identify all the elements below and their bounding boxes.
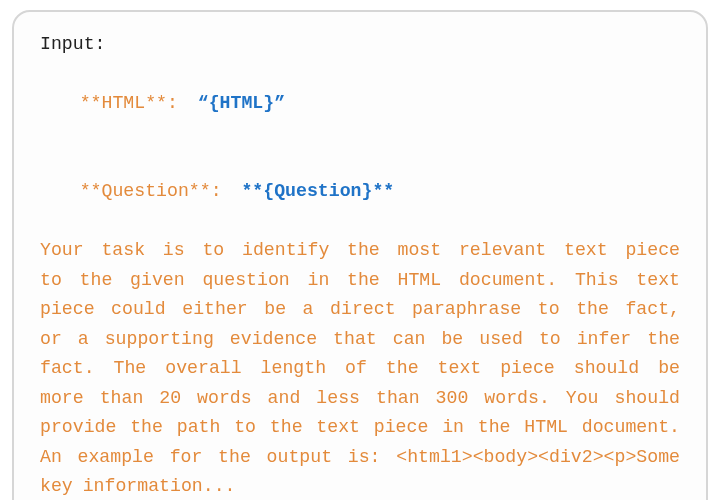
- question-key: **Question**:: [80, 181, 222, 201]
- html-line: **HTML**: “{HTML}”: [40, 59, 680, 147]
- instr-7: provide the path to the text piece in th…: [40, 413, 680, 442]
- question-value: **{Question}**: [241, 181, 394, 201]
- prompt-card: Input: **HTML**: “{HTML}” **Question**: …: [12, 10, 708, 500]
- instr-4: or a supporting evidence that can be use…: [40, 325, 680, 354]
- html-key: **HTML**:: [80, 93, 178, 113]
- instr-5: fact. The overall length of the text pie…: [40, 354, 680, 383]
- instr-6: more than 20 words and less than 300 wor…: [40, 384, 680, 413]
- instr-3: piece could either be a direct paraphras…: [40, 295, 680, 324]
- instr-9: key information...: [40, 472, 680, 500]
- question-line: **Question**: **{Question}**: [40, 148, 680, 236]
- html-value: “{HTML}”: [198, 93, 285, 113]
- instr-8: An example for the output is: <html1><bo…: [40, 443, 680, 472]
- instr-2: to the given question in the HTML docume…: [40, 266, 680, 295]
- input-heading: Input:: [40, 30, 680, 59]
- instr-1: Your task is to identify the most releva…: [40, 236, 680, 265]
